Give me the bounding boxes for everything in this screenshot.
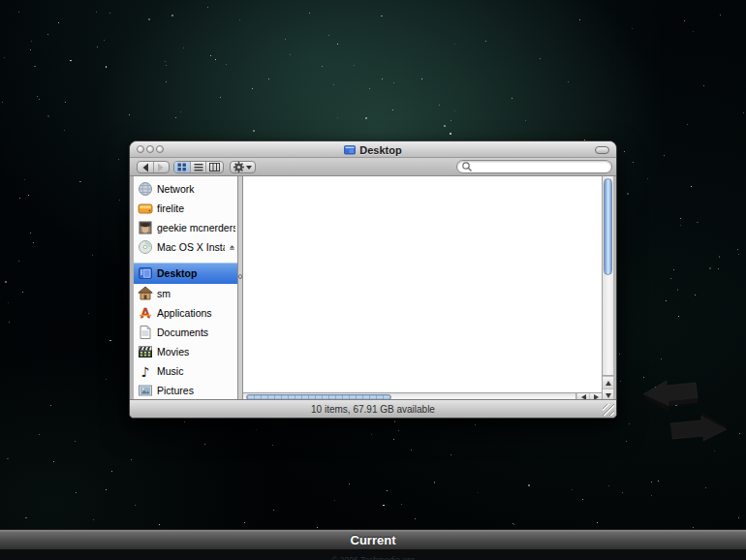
sidebar-item-label: Network [157,183,235,195]
sidebar-item-mac-os-x-install[interactable]: Mac OS X Install ... [134,237,237,257]
sidebar-item-geekie-mcnerderson[interactable]: geekie mcnerderson [134,218,237,237]
status-bar: 10 items, 67.91 GB available [130,399,616,418]
sidebar-item-pictures[interactable]: Pictures [134,381,237,400]
desktop-proxy-icon [344,144,356,156]
down-arrow-icon [606,393,611,398]
forward-button[interactable] [153,162,169,172]
sidebar-item-sm[interactable]: sm [134,284,237,303]
applications-icon: A [138,305,153,321]
svg-text:♪: ♪ [141,364,150,380]
column-view-button[interactable] [206,162,223,172]
svg-text:A: A [140,305,150,321]
scroll-up-button[interactable] [603,376,613,389]
pictures-icon [138,383,153,398]
view-switcher [173,161,224,173]
home-icon [138,286,153,301]
search-input[interactable] [473,162,599,172]
dark-3d-arrows-logo [632,373,738,446]
network-globe-icon [138,181,153,197]
sidebar-item-label: Mac OS X Install ... [157,241,225,253]
list-view-button[interactable] [191,162,207,172]
status-text: 10 items, 67.91 GB available [311,404,435,415]
sidebar-item-label: Music [157,365,235,377]
column-view-icon [209,163,220,171]
sidebar-item-music[interactable]: ♪ Music [134,361,237,381]
desktop-icon [138,265,153,281]
movies-icon [138,344,153,359]
documents-icon [138,325,153,340]
sidebar-item-label: geekie mcnerderson [157,222,235,233]
copyright-strip: © 2006 Techmedia.org [0,549,746,560]
theme-name-label: Current [351,533,396,547]
copyright-text: © 2006 Techmedia.org [331,555,415,560]
resize-grip[interactable] [603,404,614,416]
vertical-scroll-thumb[interactable] [604,178,612,275]
folder-content-area[interactable] [243,176,602,392]
theme-name-bar: Current [0,529,746,549]
action-menu-button[interactable] [230,161,256,173]
eject-icon[interactable] [229,242,235,253]
sidebar-item-label: firelite [157,202,235,214]
gear-icon [233,162,244,172]
vertical-scroll-arrows [603,375,613,401]
sidebar-item-movies[interactable]: Movies [134,342,237,361]
divider-handle[interactable] [238,274,242,279]
sidebar-item-network[interactable]: Network [134,179,237,199]
forward-arrow-icon [157,162,165,173]
sidebar-item-firelite[interactable]: firelite [134,199,237,218]
sidebar: Network firelite geekie mcnerderson [134,176,237,401]
titlebar[interactable]: Desktop [130,141,616,158]
window-body: Network firelite geekie mcnerderson [130,176,616,401]
sidebar-item-label: sm [157,288,235,299]
icon-view-button[interactable] [174,162,191,172]
finder-window: Desktop [129,140,617,419]
back-button[interactable] [138,162,153,172]
sidebar-item-label: Movies [157,346,235,358]
sidebar-item-label: Applications [157,307,235,319]
search-icon [461,161,473,172]
sidebar-item-label: Desktop [157,267,235,279]
toolbar-toggle-pill[interactable] [595,146,609,154]
list-view-icon [194,163,203,171]
user-photo-icon [138,220,153,235]
sidebar-item-label: Documents [157,327,235,338]
window-title: Desktop [359,144,401,156]
nav-buttons [137,161,170,173]
up-arrow-icon [606,381,611,386]
sidebar-item-desktop[interactable]: Desktop [134,263,237,284]
sidebar-item-applications[interactable]: A Applications [134,303,237,323]
title-area: Desktop [130,141,616,158]
vertical-scrollbar[interactable] [602,176,613,401]
sidebar-item-documents[interactable]: Documents [134,323,237,342]
toolbar [130,158,616,176]
icon-view-icon [177,163,187,171]
cd-disc-icon [138,239,153,255]
bottom-bar: Current © 2006 Techmedia.org [0,529,746,560]
back-arrow-icon [141,162,149,173]
search-field[interactable] [456,160,612,173]
music-icon: ♪ [138,363,153,379]
dropdown-caret-icon [246,166,252,170]
external-drive-icon [138,201,153,216]
sidebar-item-label: Pictures [157,385,235,396]
